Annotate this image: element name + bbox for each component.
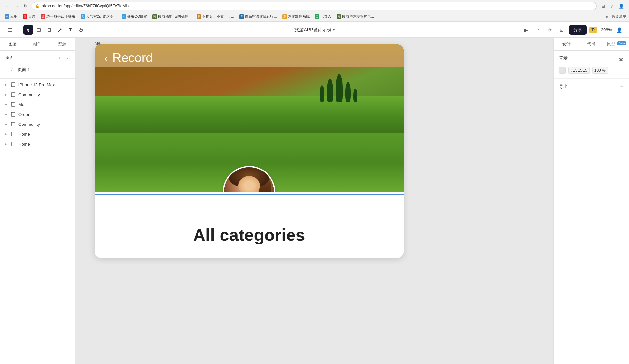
tab-layers[interactable]: 图层 [0,38,25,50]
bookmark-favicon: 已 [315,14,319,19]
svg-rect-3 [37,28,40,32]
sidebar-tabs: 图层 组件 资源 [0,38,75,51]
tab-design[interactable]: 设计 [554,38,579,50]
browser-actions: ⊞ ☆ 👤 [599,2,625,10]
cursor-tool[interactable] [23,25,33,35]
layer-label: Home [18,142,30,147]
bookmark-mainhang[interactable]: 民 民航稽盟-我的稿件... [151,13,193,20]
browser-topbar: ← → ↻ 🔒 pixso.design/app/editor/Z6hFZtiC… [0,0,629,12]
expand-icon: ▶ [3,82,8,87]
frame-icon [11,102,16,107]
layer-home-2[interactable]: ▶ Home [0,139,75,149]
app-toolbar: T 旅游APP设计示例 ▾ ▶ ↑ ⟳ ⊡ 分享 T² 298% 👤 [0,22,629,38]
back-button[interactable]: ← [4,3,11,9]
bookmark-qq[interactable]: Q 登录QQ邮箱 [120,13,149,20]
bookmark-favicon: Q [122,14,126,19]
t2-badge: T² [589,27,597,33]
tree-5 [353,89,357,102]
svg-rect-7 [11,93,15,97]
bookmark-favicon: 青 [239,14,244,19]
layer-order[interactable]: ▶ Order [0,109,75,119]
bookmark-label: 应用 [10,14,17,19]
translate-button[interactable]: ⊞ [599,2,607,10]
svg-rect-4 [48,29,51,31]
shape-tool[interactable] [44,25,54,35]
bookmark-auth[interactable]: 统 统一身份认证登录 [39,13,77,20]
pen-tool[interactable] [55,25,65,35]
avatar-face [238,176,260,192]
tab-components[interactable]: 组件 [25,38,50,50]
bookmark-qingdao[interactable]: 青 青岛空管航班运行... [237,13,279,20]
layer-community-1[interactable]: ▶ Community [0,90,75,100]
document-title[interactable]: 旅游APP设计示例 ▾ [294,27,334,33]
history-button[interactable]: ⟳ [545,25,554,34]
hand-tool[interactable] [76,25,86,35]
bookmark-label: 百度 [28,14,35,19]
profile-button[interactable]: 👤 [618,2,625,10]
zoom-level: 298% [601,27,612,32]
record-header: ‹ Record [105,51,153,65]
add-export-button[interactable]: + [620,83,624,90]
title-dropdown-arrow: ▾ [333,28,335,32]
bookmark-minhang-east[interactable]: 民 民航华东空管局气... [335,13,376,20]
layer-community-2[interactable]: ▶ Community [0,119,75,129]
bookmark-notabandon[interactable]: 不 不抱弃，不放弃，... [195,13,236,20]
reader-mode[interactable]: 阅读清单 [612,14,626,19]
expand-icon: ▶ [3,132,8,136]
panel-tabs: 设计 代码 原型 Beta [554,38,629,51]
expand-pages-button[interactable]: ⌄ [64,55,69,61]
play-button[interactable]: ▶ [522,25,531,34]
page-label: 页面 1 [18,67,30,73]
bookmark-apps[interactable]: A 应用 [3,13,19,20]
forward-button[interactable]: → [13,3,20,9]
hero-image: ‹ Record [95,44,404,192]
tree-2 [327,79,333,102]
separator [19,27,19,33]
frame-tool[interactable] [34,25,44,35]
tab-resources[interactable]: 资源 [50,38,75,50]
layer-home-1[interactable]: ▶ Home [0,129,75,139]
right-panel: 设计 代码 原型 Beta 背景 # [553,38,629,364]
canvas-area[interactable]: Me [75,38,553,364]
bookmark-dong航[interactable]: 东 东航部件系统 [280,13,312,20]
tree-1 [320,85,324,102]
frame-icon [11,82,16,87]
refresh-button[interactable]: ↻ [22,3,29,9]
bookmark-more[interactable]: » [605,14,609,19]
back-button[interactable]: ‹ [105,53,108,64]
opacity-value[interactable]: 100 % [592,67,608,74]
layer-iphone[interactable]: ▶ iPhone 12 Pro Max [0,80,75,90]
bookmark-favicon: 东 [282,14,287,19]
viewport-button[interactable]: ⊡ [557,25,566,34]
layer-me[interactable]: ▶ Me [0,100,75,109]
pages-section: 页面 + ⌄ [0,51,75,63]
visibility-toggle[interactable] [618,57,624,63]
layer-label: Me [18,102,24,107]
bookmark-button[interactable]: ☆ [609,2,616,10]
user-avatar[interactable]: 👤 [615,25,624,34]
add-page-button[interactable]: + [58,55,61,61]
bookmark-favicon: 民 [337,14,341,19]
color-hex-value[interactable]: #E5E5E5 [568,67,590,74]
bookmark-imported[interactable]: 已 已导入 [313,13,333,20]
upload-button[interactable]: ↑ [533,25,543,34]
bookmark-favicon: 统 [41,14,45,19]
url-bar[interactable]: 🔒 pixso.design/app/editor/Z6hFZtiCvp6QI5… [32,2,597,10]
app-layout: 图层 组件 资源 页面 + ⌄ ✓ 页面 1 ▶ [0,38,629,364]
bookmark-baidu[interactable]: 百 百度 [21,13,37,20]
bookmark-favicon: 百 [23,14,27,19]
share-button[interactable]: 分享 [569,25,587,35]
layer-label: Home [18,132,30,137]
tab-prototype[interactable]: 原型 Beta [604,38,629,50]
frame-icon [11,122,16,127]
background-section: 背景 #E5E5E5 100 % [554,51,629,79]
bookmark-weather[interactable]: 天 天气实况_雷达图... [79,13,118,20]
text-tool[interactable]: T [65,25,75,35]
menu-button[interactable] [5,25,15,35]
tab-code[interactable]: 代码 [579,38,604,50]
page-1-item[interactable]: ✓ 页面 1 [5,64,69,75]
bookmark-label: 统一身份认证登录 [46,14,75,19]
color-swatch[interactable] [559,67,566,74]
title-text: 旅游APP设计示例 [294,27,331,33]
pages-label: 页面 [5,55,14,61]
